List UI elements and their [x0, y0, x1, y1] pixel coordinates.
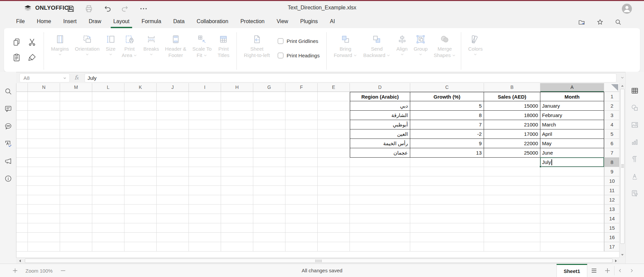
cell-N8[interactable]	[28, 158, 60, 167]
chat-icon[interactable]	[4, 122, 12, 130]
insert-function-icon[interactable]: fx	[74, 74, 79, 81]
cell-L13[interactable]	[92, 205, 124, 214]
cell-F1[interactable]	[285, 92, 318, 101]
column-header-M[interactable]: M	[60, 83, 92, 92]
cell-A12[interactable]	[540, 195, 604, 205]
textart-settings-icon[interactable]	[631, 172, 639, 180]
cell-A11[interactable]	[540, 186, 604, 195]
cell-D3[interactable]: الشارقة	[350, 111, 410, 120]
cell-J10[interactable]	[157, 176, 189, 186]
cell-F12[interactable]	[285, 195, 318, 205]
cell-C4[interactable]: 7	[410, 120, 484, 129]
cell-H11[interactable]	[221, 186, 253, 195]
cell-M12[interactable]	[60, 195, 92, 205]
cell-I4[interactable]	[189, 120, 221, 129]
cell-A3[interactable]: February	[540, 111, 604, 120]
cell-I10[interactable]	[189, 176, 221, 186]
cell-H9[interactable]	[221, 167, 253, 176]
cell-I3[interactable]	[189, 111, 221, 120]
cell-gutter14[interactable]	[16, 214, 28, 223]
next-sheet-icon[interactable]	[626, 264, 637, 277]
cell-H6[interactable]	[221, 139, 253, 148]
cell-C11[interactable]	[410, 186, 484, 195]
column-header-B[interactable]: B	[484, 83, 540, 92]
align-button[interactable]: Align	[393, 33, 411, 56]
cell-H15[interactable]	[221, 223, 253, 233]
cell-F7[interactable]	[285, 148, 318, 158]
cell-F15[interactable]	[285, 223, 318, 233]
cell-B9[interactable]	[484, 167, 540, 176]
cell-I14[interactable]	[189, 214, 221, 223]
cell-K4[interactable]	[124, 120, 157, 129]
cell-H2[interactable]	[221, 101, 253, 111]
cell-J13[interactable]	[157, 205, 189, 214]
cell-gutter12[interactable]	[16, 195, 28, 205]
row-header-13[interactable]: 13	[604, 205, 619, 214]
cut-button[interactable]	[24, 34, 40, 50]
cell-J15[interactable]	[157, 223, 189, 233]
row-header-6[interactable]: 6	[604, 139, 619, 148]
cell-N9[interactable]	[28, 167, 60, 176]
cell-F6[interactable]	[285, 139, 318, 148]
cell-A6[interactable]: May	[540, 139, 604, 148]
cell-L12[interactable]	[92, 195, 124, 205]
column-header-A[interactable]: A	[540, 83, 604, 92]
tab-home[interactable]: Home	[37, 15, 51, 28]
cell-J14[interactable]	[157, 214, 189, 223]
checkbox-print-gridlines[interactable]: Print Gridlines	[278, 38, 320, 44]
cell-F16[interactable]	[285, 233, 318, 242]
tab-layout[interactable]: Layout	[113, 15, 129, 28]
row-header-8[interactable]: 8	[604, 158, 619, 167]
cell-M9[interactable]	[60, 167, 92, 176]
cell-B5[interactable]: 17000	[484, 129, 540, 139]
spellcheck-icon[interactable]	[4, 140, 12, 148]
row-header-17[interactable]: 17	[604, 242, 619, 252]
cell-C3[interactable]: 8	[410, 111, 484, 120]
cell-C7[interactable]: 13	[410, 148, 484, 158]
cell-E6[interactable]	[318, 139, 350, 148]
cell-A14[interactable]	[540, 214, 604, 223]
column-header-D[interactable]: D	[350, 83, 410, 92]
cell-E2[interactable]	[318, 101, 350, 111]
shape-settings-icon[interactable]	[631, 104, 639, 112]
cell-C5[interactable]: -2	[410, 129, 484, 139]
copy-style-button[interactable]	[24, 50, 40, 65]
cell-A5[interactable]: April	[540, 129, 604, 139]
cell-I16[interactable]	[189, 233, 221, 242]
column-header-J[interactable]: J	[157, 83, 189, 92]
cell-N5[interactable]	[28, 129, 60, 139]
sheet-right-to-left-button[interactable]: SheetRight-to-left	[241, 33, 273, 58]
cell-I8[interactable]	[189, 158, 221, 167]
cell-G12[interactable]	[253, 195, 285, 205]
cell-D6[interactable]: رأس الخيمة	[350, 139, 410, 148]
cell-M2[interactable]	[60, 101, 92, 111]
cell-F14[interactable]	[285, 214, 318, 223]
cell-K10[interactable]	[124, 176, 157, 186]
paste-button[interactable]	[9, 50, 24, 65]
cell-gutter13[interactable]	[16, 205, 28, 214]
cell-D14[interactable]	[350, 214, 410, 223]
search-icon[interactable]	[614, 18, 622, 26]
column-header-K[interactable]: K	[124, 83, 157, 92]
cell-gutter5[interactable]	[16, 129, 28, 139]
vertical-scrollbar[interactable]	[619, 83, 625, 258]
cell-J8[interactable]	[157, 158, 189, 167]
cell-gutter8[interactable]	[16, 158, 28, 167]
cell-L16[interactable]	[92, 233, 124, 242]
cell-M7[interactable]	[60, 148, 92, 158]
tab-collaboration[interactable]: Collaboration	[197, 15, 228, 28]
cell-M5[interactable]	[60, 129, 92, 139]
cell-K1[interactable]	[124, 92, 157, 101]
row-header-4[interactable]: 4	[604, 120, 619, 129]
cell-K6[interactable]	[124, 139, 157, 148]
cell-K14[interactable]	[124, 214, 157, 223]
cell-D5[interactable]: العين	[350, 129, 410, 139]
cell-C9[interactable]	[410, 167, 484, 176]
cell-N13[interactable]	[28, 205, 60, 214]
cell-C10[interactable]	[410, 176, 484, 186]
cell-B14[interactable]	[484, 214, 540, 223]
cell-I12[interactable]	[189, 195, 221, 205]
cell-G8[interactable]	[253, 158, 285, 167]
cell-G15[interactable]	[253, 223, 285, 233]
row-header-5[interactable]: 5	[604, 129, 619, 139]
